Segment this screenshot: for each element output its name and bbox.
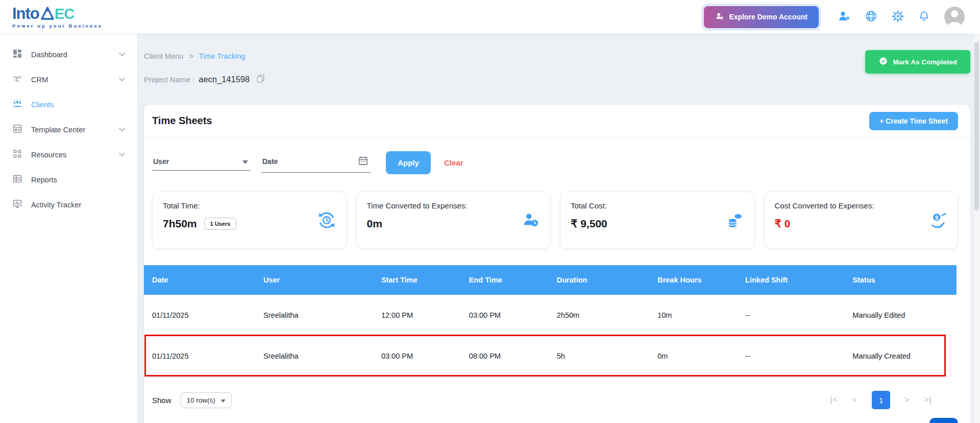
clear-button[interactable]: Clear bbox=[444, 158, 463, 167]
cell-break-hours: 10m bbox=[649, 311, 737, 319]
table-footer: Show 10 row(s) |< < 1 > >| bbox=[152, 391, 955, 409]
rows-per-page-select[interactable]: 10 row(s) bbox=[181, 392, 232, 408]
time-sheets-panel: Time Sheets + Create Time Sheet User Dat… bbox=[144, 105, 970, 423]
breadcrumb-client-menu[interactable]: Client Menu bbox=[144, 52, 183, 60]
select-arrow-icon bbox=[242, 157, 248, 166]
cell-end-time: 08:00 PM bbox=[461, 352, 549, 360]
column-header-linked-shift: Linked Shift bbox=[737, 276, 844, 284]
explore-demo-label: Explore Demo Account bbox=[729, 13, 807, 21]
cell-date: 01/11/2025 bbox=[144, 352, 255, 360]
logo-text-ec: EC bbox=[55, 7, 74, 21]
current-page-button[interactable]: 1 bbox=[872, 391, 890, 409]
settings-button[interactable] bbox=[892, 10, 904, 24]
column-header-date: Date bbox=[144, 276, 255, 284]
logo-text-into: Into bbox=[12, 6, 39, 21]
topbar-actions: Explore Demo Account bbox=[704, 6, 965, 28]
time-converted-value: 0m bbox=[367, 218, 382, 230]
globe-icon bbox=[865, 10, 877, 24]
svg-text:$: $ bbox=[935, 215, 939, 221]
cell-user: Sreelalitha bbox=[255, 352, 373, 360]
template-window-icon bbox=[12, 124, 22, 135]
user-filter-label: User bbox=[153, 157, 169, 166]
sidebar-item-activity-tracker[interactable]: Activity Tracker bbox=[0, 192, 137, 217]
calendar-icon bbox=[358, 155, 369, 168]
users-count-badge: 1 Users bbox=[204, 218, 237, 230]
next-page-button[interactable]: > bbox=[904, 395, 910, 405]
logo-wordmark: Into EC bbox=[12, 6, 103, 21]
show-label: Show bbox=[152, 396, 172, 405]
total-time-card: Total Time: 7h50m 1 Users bbox=[152, 192, 347, 249]
time-sheets-table: Date User Start Time End Time Duration B… bbox=[144, 265, 957, 377]
create-time-sheet-button[interactable]: + Create Time Sheet bbox=[869, 112, 958, 130]
select-arrow-icon bbox=[220, 396, 226, 404]
app-logo[interactable]: Into EC Power up your Business bbox=[12, 6, 103, 29]
sidebar-item-reports[interactable]: Reports bbox=[0, 167, 137, 192]
user-clock-icon bbox=[522, 212, 540, 229]
cell-linked-shift: -- bbox=[737, 352, 844, 360]
sidebar-item-label: Reports bbox=[31, 176, 57, 184]
floating-chat-button[interactable] bbox=[929, 418, 958, 423]
mark-as-completed-button[interactable]: Mark As Completed bbox=[865, 50, 970, 74]
breadcrumb-time-tracking: Time Tracking bbox=[199, 52, 246, 60]
table-row[interactable]: 01/11/2025 Sreelalitha 12:00 PM 03:00 PM… bbox=[144, 295, 957, 336]
total-cost-value: ₹ 9,500 bbox=[571, 218, 607, 230]
stat-label: Total Time: bbox=[163, 201, 336, 210]
demo-user-icon bbox=[715, 12, 724, 22]
coins-stack-icon bbox=[726, 212, 744, 229]
stats-cards: Total Time: 7h50m 1 Users Time Converted… bbox=[152, 192, 958, 249]
sidebar-item-template-center[interactable]: Template Center bbox=[0, 117, 137, 142]
apply-button[interactable]: Apply bbox=[386, 151, 431, 174]
project-name-label: Project Name : bbox=[144, 75, 194, 84]
table-header-row: Date User Start Time End Time Duration B… bbox=[144, 265, 957, 295]
gear-icon bbox=[892, 10, 904, 24]
column-header-break-hours: Break Hours bbox=[649, 276, 737, 284]
copy-icon bbox=[256, 74, 265, 85]
chevron-down-icon bbox=[119, 53, 125, 56]
pagination: |< < 1 > >| bbox=[830, 391, 932, 409]
avatar-shoulders-shape bbox=[948, 22, 961, 27]
stat-label: Time Converted to Expenses: bbox=[367, 201, 540, 210]
sidebar-item-clients[interactable]: Clients bbox=[0, 92, 137, 117]
user-filter-select[interactable]: User bbox=[152, 154, 250, 171]
bell-icon bbox=[918, 10, 930, 24]
page-title: Time Sheets bbox=[152, 115, 212, 127]
activity-monitor-icon bbox=[12, 199, 22, 210]
first-page-button[interactable]: |< bbox=[830, 395, 838, 405]
sidebar-item-resources[interactable]: Resources bbox=[0, 142, 137, 167]
clock-refresh-icon bbox=[317, 211, 336, 229]
scrollbar-track[interactable] bbox=[973, 34, 980, 423]
mark-as-completed-label: Mark As Completed bbox=[893, 58, 957, 66]
language-button[interactable] bbox=[865, 10, 877, 24]
table-row-highlighted[interactable]: 01/11/2025 Sreelalitha 03:00 PM 08:00 PM… bbox=[144, 336, 957, 377]
cell-break-hours: 0m bbox=[649, 352, 737, 360]
cost-converted-value: ₹ 0 bbox=[775, 218, 791, 230]
add-user-button[interactable] bbox=[838, 10, 850, 24]
date-filter-input[interactable]: Date bbox=[261, 152, 371, 173]
crm-handshake-icon bbox=[12, 74, 22, 85]
sidebar-item-label: CRM bbox=[31, 76, 48, 84]
total-cost-card: Total Cost: ₹ 9,500 bbox=[560, 192, 754, 249]
copy-project-name-button[interactable] bbox=[256, 74, 265, 85]
resources-nodes-icon bbox=[12, 149, 22, 160]
stat-label: Cost Converted to Expenses: bbox=[775, 201, 948, 210]
total-time-value: 7h50m bbox=[163, 218, 197, 230]
money-hand-icon: $ bbox=[930, 212, 947, 229]
cell-status: Manually Edited bbox=[844, 311, 957, 319]
page-content: Client Menu > Time Tracking Project Name… bbox=[138, 34, 980, 423]
chevron-down-icon bbox=[119, 128, 125, 131]
notifications-button[interactable] bbox=[918, 10, 930, 24]
add-user-icon bbox=[838, 10, 850, 24]
last-page-button[interactable]: >| bbox=[924, 395, 933, 405]
sidebar-item-crm[interactable]: CRM bbox=[0, 67, 137, 92]
sidebar-nav: Dashboard CRM Clients Template Center bbox=[0, 34, 138, 423]
previous-page-button[interactable]: < bbox=[852, 395, 857, 405]
user-avatar[interactable] bbox=[944, 7, 965, 27]
sidebar-item-dashboard[interactable]: Dashboard bbox=[0, 42, 137, 67]
sidebar-item-label: Resources bbox=[31, 151, 66, 159]
cost-converted-card: Cost Converted to Expenses: ₹ 0 $ bbox=[764, 192, 959, 249]
cell-duration: 5h bbox=[549, 352, 649, 360]
scrollbar-thumb[interactable] bbox=[974, 42, 979, 210]
dashboard-grid-icon bbox=[12, 49, 22, 60]
cell-date: 01/11/2025 bbox=[144, 311, 255, 319]
explore-demo-button[interactable]: Explore Demo Account bbox=[704, 6, 819, 28]
